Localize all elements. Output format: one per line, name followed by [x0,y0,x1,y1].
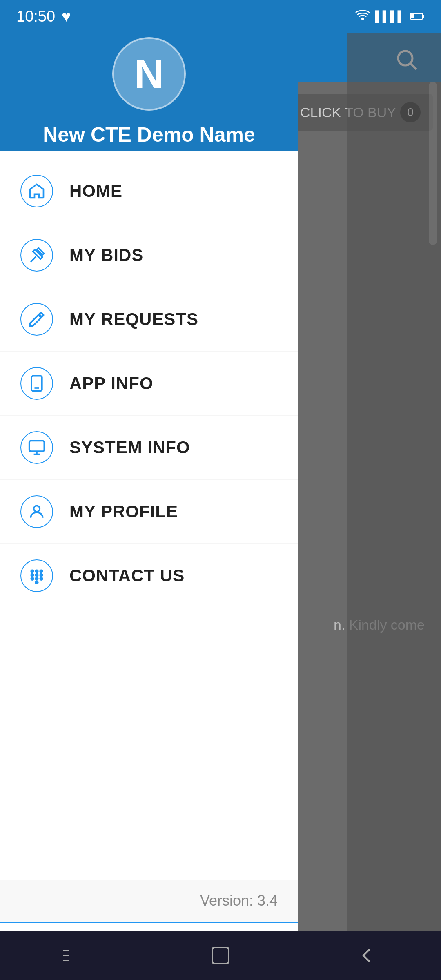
svg-rect-8 [29,441,45,452]
avatar: N [112,37,186,111]
nav-menu-button[interactable] [49,939,98,972]
dialpad-icon-circle [20,559,53,592]
status-bar-left: 10:50 ♥ [16,8,71,25]
nav-home-button[interactable] [196,939,245,972]
svg-point-12 [40,570,42,572]
home-icon-circle [20,175,53,207]
time-display: 10:50 [16,8,55,25]
svg-point-9 [34,506,40,512]
menu-label-home: HOME [69,181,122,201]
svg-rect-4 [423,15,424,18]
phone-icon-circle [20,367,53,400]
person-icon-circle [20,495,53,528]
svg-point-11 [36,570,38,572]
edit-icon-circle [20,303,53,336]
menu-item-contact-us[interactable]: CONTACT US [0,544,298,608]
monitor-icon-circle [20,431,53,464]
nav-back-button[interactable] [343,939,392,972]
menu-item-home[interactable]: HOME [0,159,298,223]
drawer-overlay[interactable] [347,0,441,980]
svg-point-16 [31,578,33,580]
menu-label-app-info: APP INFO [69,374,154,393]
menu-item-my-requests[interactable]: MY REQUESTS [0,287,298,352]
svg-point-14 [36,574,38,576]
menu-item-my-bids[interactable]: MY BIDS [0,223,298,287]
svg-point-13 [31,574,33,576]
wifi-icon [355,9,370,24]
bottom-nav-bar [0,931,441,980]
status-bar-right: ▌▌▌▌ [355,9,425,24]
menu-label-contact-us: CONTACT US [69,566,185,586]
svg-point-15 [40,574,42,576]
menu-item-system-info[interactable]: SYSTEM INFO [0,416,298,480]
gavel-icon-circle [20,239,53,272]
navigation-drawer: N New CTE Demo Name HOME MY BIDS [0,0,298,980]
svg-rect-24 [212,947,229,964]
menu-label-my-profile: MY PROFILE [69,502,178,521]
user-name: New CTE Demo Name [43,123,255,147]
svg-point-18 [40,578,42,580]
status-bar: 10:50 ♥ ▌▌▌▌ [0,0,441,33]
svg-point-10 [31,570,33,572]
menu-label-my-requests: MY REQUESTS [69,310,198,329]
signal-icon: ▌▌▌▌ [375,10,405,23]
drawer-menu: HOME MY BIDS MY REQUESTS [0,151,298,880]
menu-label-system-info: SYSTEM INFO [69,438,190,457]
svg-rect-5 [411,14,414,18]
avatar-letter: N [134,51,164,98]
version-text: Version: 3.4 [0,880,298,922]
svg-point-19 [36,581,38,584]
menu-item-my-profile[interactable]: MY PROFILE [0,480,298,544]
menu-label-my-bids: MY BIDS [69,245,143,265]
menu-item-app-info[interactable]: APP INFO [0,352,298,416]
battery-icon [410,9,425,23]
heart-icon: ♥ [62,8,71,25]
svg-point-17 [36,578,38,580]
svg-point-2 [362,18,363,20]
